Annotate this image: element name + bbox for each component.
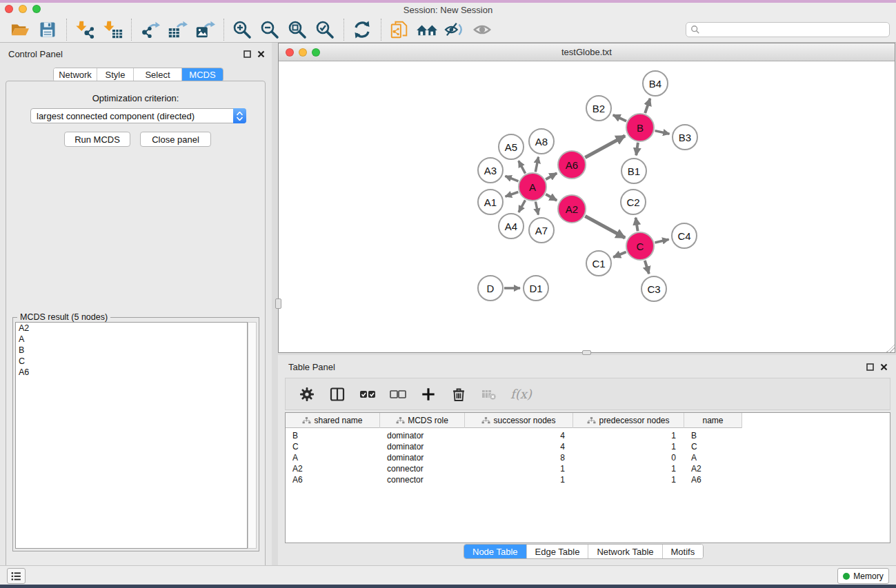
zoom-selected-button[interactable] (313, 19, 337, 40)
memory-button[interactable]: Memory (837, 568, 889, 584)
zoom-fit-button[interactable] (286, 19, 309, 40)
export-image-button[interactable] (193, 19, 217, 40)
graph-node-A8[interactable]: A8 (528, 128, 555, 154)
mcds-result-scrollbar[interactable] (248, 322, 257, 549)
import-table-button[interactable] (101, 19, 124, 40)
table-cell[interactable]: 4 (465, 441, 573, 452)
show-eye-button[interactable] (470, 19, 494, 40)
mcds-result-item[interactable]: C (16, 356, 247, 367)
tab-network[interactable]: Network (54, 68, 97, 81)
canvas-bottom-grip[interactable] (582, 350, 591, 355)
add-column-button[interactable] (419, 385, 437, 403)
graph-node-A[interactable]: A (518, 172, 547, 201)
table-cell[interactable]: C (286, 441, 380, 452)
column-header[interactable]: shared name (286, 413, 380, 428)
delete-column-button[interactable] (450, 385, 468, 403)
graph-node-C1[interactable]: C1 (586, 250, 612, 276)
graph-node-B2[interactable]: B2 (586, 95, 612, 121)
close-panel-icon[interactable] (257, 50, 265, 58)
table-cell[interactable]: A (684, 452, 742, 463)
tab-mcds[interactable]: MCDS (182, 68, 223, 81)
graph-node-D1[interactable]: D1 (523, 275, 549, 301)
graph-node-A3[interactable]: A3 (477, 157, 504, 183)
tab-style[interactable]: Style (97, 68, 134, 81)
graph-node-A5[interactable]: A5 (498, 134, 524, 160)
graph-node-C3[interactable]: C3 (641, 276, 667, 302)
deselect-all-rows-button[interactable] (389, 385, 407, 403)
graph-node-C4[interactable]: C4 (671, 223, 697, 249)
mcds-result-item[interactable]: A6 (16, 367, 247, 378)
zoom-in-button[interactable] (230, 19, 254, 40)
table-cell[interactable]: 1 (573, 474, 684, 485)
table-row[interactable]: Bdominator41B (286, 430, 742, 441)
export-table-button[interactable] (166, 19, 189, 40)
table-row[interactable]: Cdominator41C (286, 441, 742, 452)
float-panel-icon[interactable] (243, 50, 251, 58)
zoom-out-button[interactable] (258, 19, 281, 40)
mcds-result-item[interactable]: A2 (16, 323, 247, 334)
table-cell[interactable]: connector (380, 474, 465, 485)
close-table-panel-icon[interactable] (879, 363, 888, 371)
mcds-result-item[interactable]: A (16, 334, 247, 345)
tab-network-table[interactable]: Network Table (588, 545, 662, 558)
import-network-button[interactable] (73, 19, 97, 40)
column-header[interactable]: name (684, 413, 742, 428)
float-table-panel-icon[interactable] (866, 363, 874, 371)
table-cell[interactable]: A6 (684, 474, 742, 485)
export-network-button[interactable] (138, 19, 161, 40)
table-cell[interactable]: connector (380, 463, 465, 474)
save-session-button[interactable] (36, 19, 59, 40)
table-cell[interactable]: dominator (380, 441, 465, 452)
table-cell[interactable]: dominator (380, 430, 465, 441)
table-cell[interactable]: 0 (573, 452, 684, 463)
table-cell[interactable]: 1 (573, 441, 684, 452)
table-cell[interactable]: A6 (286, 474, 380, 485)
graph-node-D[interactable]: D (477, 275, 504, 301)
graph-node-C2[interactable]: C2 (620, 189, 646, 215)
graph-node-A4[interactable]: A4 (498, 213, 524, 239)
network-window-titlebar[interactable]: testGlobe.txt (279, 43, 895, 61)
close-panel-button[interactable]: Close panel (140, 132, 211, 147)
table-cell[interactable]: B (684, 430, 742, 441)
mcds-result-item[interactable]: B (16, 345, 247, 356)
copy-network-button[interactable] (388, 19, 411, 40)
table-cell[interactable]: A2 (684, 463, 742, 474)
table-cell[interactable]: B (286, 430, 380, 441)
table-cell[interactable]: 8 (465, 452, 573, 463)
table-cell[interactable]: A2 (286, 463, 380, 474)
tab-edge-table[interactable]: Edge Table (527, 545, 589, 558)
table-cell[interactable]: dominator (380, 452, 465, 463)
tab-motifs[interactable]: Motifs (663, 545, 704, 558)
table-cell[interactable]: 1 (465, 474, 573, 485)
tab-select[interactable]: Select (134, 68, 182, 81)
column-header[interactable]: successor nodes (465, 413, 573, 428)
graph-node-A6[interactable]: A6 (557, 150, 586, 179)
table-settings-button[interactable] (298, 385, 316, 403)
table-row[interactable]: A6connector11A6 (286, 474, 742, 485)
show-columns-button[interactable] (328, 385, 346, 403)
graph-node-C[interactable]: C (626, 232, 655, 261)
table-cell[interactable]: C (684, 441, 742, 452)
node-table[interactable]: shared nameMCDS rolesuccessor nodesprede… (285, 412, 890, 543)
tab-node-table[interactable]: Node Table (464, 545, 527, 558)
window-resize-grip[interactable] (886, 344, 895, 352)
home-layout-button[interactable] (415, 19, 439, 40)
run-mcds-button[interactable]: Run MCDS (64, 132, 130, 147)
graph-node-B[interactable]: B (626, 113, 655, 142)
graph-node-B4[interactable]: B4 (642, 70, 668, 97)
refresh-button[interactable] (350, 19, 374, 40)
graph-node-A1[interactable]: A1 (477, 189, 504, 215)
table-row[interactable]: Adominator80A (286, 452, 742, 463)
table-cell[interactable]: A (286, 452, 380, 463)
table-row[interactable]: A2connector11A2 (286, 463, 742, 474)
task-history-button[interactable] (7, 568, 26, 584)
search-field[interactable] (686, 22, 890, 37)
table-cell[interactable]: 1 (573, 463, 684, 474)
open-session-button[interactable] (8, 19, 32, 40)
mcds-result-list[interactable]: A2ABCA6 (15, 322, 248, 549)
table-cell[interactable]: 1 (573, 430, 684, 441)
table-cell[interactable]: 4 (465, 430, 573, 441)
search-input[interactable] (700, 25, 889, 34)
column-header[interactable]: predecessor nodes (573, 413, 684, 428)
graph-node-B1[interactable]: B1 (621, 158, 647, 184)
